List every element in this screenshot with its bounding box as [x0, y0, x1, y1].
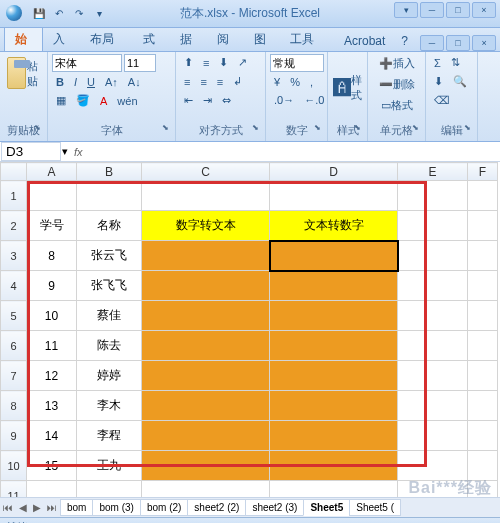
cell[interactable]: 蔡佳	[77, 301, 142, 331]
delete-cells-button[interactable]: ➖删除	[372, 75, 421, 94]
cell[interactable]	[270, 271, 398, 301]
tab-nav-prev-icon[interactable]: ◀	[16, 502, 30, 513]
cell[interactable]: 张飞飞	[77, 271, 142, 301]
align-center-icon[interactable]: ≡	[196, 74, 210, 90]
cell[interactable]	[142, 271, 270, 301]
bold-button[interactable]: B	[52, 74, 68, 90]
col-header[interactable]: A	[27, 163, 77, 181]
qat-dropdown-icon[interactable]: ▾	[90, 4, 108, 22]
cell[interactable]	[270, 331, 398, 361]
tab-nav-first-icon[interactable]: ⏮	[0, 502, 16, 513]
col-header[interactable]: D	[270, 163, 398, 181]
wrap-text-icon[interactable]: ↲	[229, 73, 246, 90]
cell[interactable]: 张云飞	[77, 241, 142, 271]
increase-indent-icon[interactable]: ⇥	[199, 92, 216, 109]
sheet-tab[interactable]: Sheet5 (	[349, 499, 401, 516]
row-header[interactable]: 6	[1, 331, 27, 361]
sheet-tab[interactable]: bom (2)	[140, 499, 188, 516]
grow-font-icon[interactable]: A↑	[101, 74, 122, 90]
name-box[interactable]	[1, 142, 61, 161]
cell[interactable]: 12	[27, 361, 77, 391]
fill-color-button[interactable]: 🪣	[72, 92, 94, 109]
align-left-icon[interactable]: ≡	[180, 74, 194, 90]
office-logo-icon[interactable]	[6, 5, 22, 21]
styles-button[interactable]: 🅰样式	[329, 71, 366, 105]
shrink-font-icon[interactable]: A↓	[124, 74, 145, 90]
cell[interactable]	[270, 391, 398, 421]
cell[interactable]: 8	[27, 241, 77, 271]
number-format-combo[interactable]	[270, 54, 324, 72]
cell[interactable]: 14	[27, 421, 77, 451]
win-minimize-button[interactable]: ─	[420, 35, 444, 51]
cell[interactable]	[142, 451, 270, 481]
cell[interactable]: 数字转文本	[142, 211, 270, 241]
insert-cells-button[interactable]: ➕插入	[372, 54, 421, 73]
cell[interactable]: 王九	[77, 451, 142, 481]
view-break-icon[interactable]: ▧	[333, 519, 351, 523]
doc-close-button[interactable]: ×	[472, 2, 496, 18]
formula-input[interactable]	[89, 143, 500, 160]
autosum-icon[interactable]: Σ	[430, 55, 445, 71]
cell[interactable]	[142, 361, 270, 391]
percent-icon[interactable]: %	[286, 74, 304, 90]
paste-button[interactable]: 粘贴	[4, 54, 43, 94]
tab-acrobat[interactable]: Acrobat	[334, 31, 395, 51]
clear-icon[interactable]: ⌫	[430, 92, 454, 109]
tab-nav-next-icon[interactable]: ▶	[30, 502, 44, 513]
col-header[interactable]: F	[468, 163, 498, 181]
row-header[interactable]: 3	[1, 241, 27, 271]
cell[interactable]: 婷婷	[77, 361, 142, 391]
row-header[interactable]: 7	[1, 361, 27, 391]
select-all-corner[interactable]	[1, 163, 27, 181]
increase-decimal-icon[interactable]: .0→	[270, 92, 298, 108]
align-right-icon[interactable]: ≡	[213, 74, 227, 90]
sort-filter-icon[interactable]: ⇅	[447, 54, 464, 71]
win-close-button[interactable]: ×	[472, 35, 496, 51]
orientation-icon[interactable]: ↗	[234, 54, 251, 71]
cell[interactable]: 李程	[77, 421, 142, 451]
fx-icon[interactable]: fx	[68, 146, 89, 158]
cell[interactable]: 13	[27, 391, 77, 421]
active-cell[interactable]	[270, 241, 398, 271]
doc-restore-button[interactable]: □	[446, 2, 470, 18]
font-name-combo[interactable]	[52, 54, 122, 72]
col-header[interactable]: B	[77, 163, 142, 181]
find-select-icon[interactable]: 🔍	[449, 73, 471, 90]
row-header[interactable]: 4	[1, 271, 27, 301]
view-normal-icon[interactable]: ▦	[289, 519, 307, 523]
sheet-tab[interactable]: sheet2 (2)	[187, 499, 246, 516]
sheet-tab[interactable]: bom (3)	[92, 499, 140, 516]
row-header[interactable]: 8	[1, 391, 27, 421]
col-header[interactable]: C	[142, 163, 270, 181]
fill-icon[interactable]: ⬇	[430, 73, 447, 90]
cell[interactable]	[270, 361, 398, 391]
view-layout-icon[interactable]: ▤	[311, 519, 329, 523]
align-top-icon[interactable]: ⬆	[180, 54, 197, 71]
sheet-tab[interactable]: sheet2 (3)	[245, 499, 304, 516]
cell[interactable]	[142, 241, 270, 271]
phonetic-button[interactable]: wén	[113, 93, 141, 109]
font-color-button[interactable]: A	[96, 93, 111, 109]
sheet-tab[interactable]: bom	[60, 499, 93, 516]
win-restore-button[interactable]: □	[446, 35, 470, 51]
save-icon[interactable]: 💾	[30, 4, 48, 22]
italic-button[interactable]: I	[70, 74, 81, 90]
redo-icon[interactable]: ↷	[70, 4, 88, 22]
cell[interactable]: 陈去	[77, 331, 142, 361]
cell[interactable]: 李木	[77, 391, 142, 421]
sheet-tab-active[interactable]: Sheet5	[303, 499, 350, 516]
cell[interactable]: 名称	[77, 211, 142, 241]
cell[interactable]	[142, 331, 270, 361]
align-middle-icon[interactable]: ≡	[199, 55, 213, 71]
zoom-in-button[interactable]: +	[480, 520, 494, 524]
format-cells-button[interactable]: ▭格式	[372, 96, 421, 115]
cell[interactable]	[270, 301, 398, 331]
undo-icon[interactable]: ↶	[50, 4, 68, 22]
underline-button[interactable]: U	[83, 74, 99, 90]
cell[interactable]	[270, 421, 398, 451]
cell[interactable]	[142, 421, 270, 451]
col-header[interactable]: E	[398, 163, 468, 181]
align-bottom-icon[interactable]: ⬇	[215, 54, 232, 71]
worksheet-area[interactable]: A B C D E F 1 2 学号 名称 数字转文本 文本转数字 38张云飞 …	[0, 162, 500, 497]
row-header[interactable]: 10	[1, 451, 27, 481]
